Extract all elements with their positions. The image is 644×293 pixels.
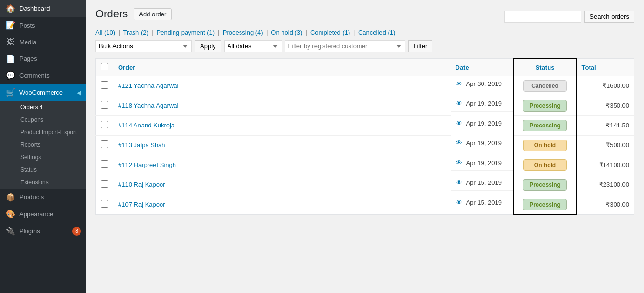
- sidebar-item-media[interactable]: 🖼 Media: [0, 34, 86, 50]
- sidebar-sub-item-product-import-export[interactable]: Product Import-Export: [0, 126, 86, 139]
- table-row: #112 Harpreet Singh 👁 Apr 19, 2019 On ho…: [96, 155, 634, 175]
- order-link[interactable]: #114 Anand Kukreja: [118, 122, 174, 129]
- status-badge[interactable]: On hold: [523, 159, 567, 171]
- order-link[interactable]: #121 Yachna Agarwal: [118, 82, 178, 89]
- status-col-label: Status: [536, 64, 555, 71]
- filter-all[interactable]: All (10): [95, 29, 115, 36]
- coupons-label: Coupons: [20, 116, 43, 123]
- filter-trash[interactable]: Trash (2): [123, 29, 148, 36]
- sidebar-sub-item-coupons[interactable]: Coupons: [0, 113, 86, 126]
- filter-completed[interactable]: Completed (1): [310, 29, 350, 36]
- status-badge[interactable]: Processing: [523, 100, 567, 112]
- total-col-label: Total: [582, 64, 596, 71]
- row-checkbox-cell: [96, 76, 114, 96]
- view-icon[interactable]: 👁: [456, 179, 462, 186]
- sidebar-sub-item-orders[interactable]: Orders 4: [0, 101, 86, 113]
- status-cell: Processing: [514, 115, 577, 135]
- view-icon[interactable]: 👁: [456, 159, 462, 167]
- order-col-label: Order: [118, 64, 135, 71]
- status-badge[interactable]: Cancelled: [523, 80, 567, 92]
- view-icon[interactable]: 👁: [456, 80, 462, 88]
- sidebar-item-pages[interactable]: 📄 Pages: [0, 50, 86, 67]
- filter-bar: Bulk Actions Apply All dates Filter by r…: [95, 40, 634, 52]
- filter-on-hold[interactable]: On hold (3): [271, 29, 302, 36]
- row-checkbox-cell: [96, 135, 114, 155]
- total-cell: ₹300.00: [577, 195, 634, 215]
- eye-cell: 👁 Apr 15, 2019: [451, 195, 513, 210]
- product-import-label: Product Import-Export: [20, 129, 77, 136]
- status-badge[interactable]: Processing: [523, 120, 567, 131]
- row-checkbox[interactable]: [101, 81, 108, 89]
- sidebar-item-woocommerce[interactable]: 🛒 WooCommerce ◀: [0, 84, 86, 101]
- row-checkbox[interactable]: [101, 101, 108, 109]
- status-badge[interactable]: Processing: [523, 199, 567, 210]
- search-orders-button[interactable]: Search orders: [584, 11, 634, 23]
- sidebar-item-appearance[interactable]: 🎨 Appearance: [0, 206, 86, 223]
- order-date: Apr 19, 2019: [466, 120, 502, 127]
- eye-cell: 👁 Apr 30, 2019: [451, 76, 513, 92]
- sidebar-item-comments[interactable]: 💬 Comments: [0, 67, 86, 84]
- order-link[interactable]: #113 Jalpa Shah: [118, 141, 165, 149]
- view-icon[interactable]: 👁: [456, 119, 462, 127]
- status-cell: On hold: [514, 135, 577, 155]
- sidebar-item-dashboard[interactable]: 🏠 Dashboard: [0, 0, 86, 17]
- appearance-icon: 🎨: [6, 209, 15, 219]
- sidebar-item-label: Dashboard: [19, 5, 50, 12]
- apply-button[interactable]: Apply: [195, 40, 221, 52]
- status-badge[interactable]: On hold: [523, 140, 567, 151]
- search-orders-input[interactable]: [504, 11, 581, 23]
- row-checkbox[interactable]: [101, 121, 108, 128]
- sidebar-item-posts[interactable]: 📝 Posts: [0, 17, 86, 34]
- customer-filter-select[interactable]: Filter by registered customer: [285, 40, 405, 52]
- table-row: #114 Anand Kukreja 👁 Apr 19, 2019 Proces…: [96, 115, 634, 135]
- sidebar-item-label: Products: [19, 194, 44, 201]
- order-date: Apr 30, 2019: [466, 80, 502, 87]
- reports-label: Reports: [20, 141, 40, 148]
- row-checkbox[interactable]: [101, 200, 108, 208]
- total-cell: ₹14100.00: [577, 155, 634, 175]
- row-checkbox[interactable]: [101, 160, 108, 168]
- row-checkbox[interactable]: [101, 180, 108, 188]
- status-cell: Processing: [514, 96, 577, 115]
- woocommerce-arrow: ◀: [77, 89, 81, 96]
- order-link[interactable]: #110 Raj Kapoor: [118, 181, 165, 188]
- filter-pending[interactable]: Pending payment (1): [156, 29, 215, 36]
- status-column-header: Status: [514, 58, 577, 76]
- view-icon[interactable]: 👁: [456, 139, 462, 147]
- view-icon[interactable]: 👁: [456, 99, 462, 107]
- sidebar: 🏠 Dashboard 📝 Posts 🖼 Media 📄 Pages 💬 Co…: [0, 0, 86, 293]
- order-cell: #107 Raj Kapoor: [113, 195, 451, 215]
- total-column-header[interactable]: Total: [577, 58, 634, 76]
- sidebar-sub-item-settings[interactable]: Settings: [0, 151, 86, 164]
- add-order-button[interactable]: Add order: [134, 8, 172, 20]
- bulk-actions-select[interactable]: Bulk Actions: [95, 40, 192, 52]
- filter-processing[interactable]: Processing (4): [223, 29, 263, 36]
- status-badge[interactable]: Processing: [523, 179, 567, 191]
- order-date: Apr 19, 2019: [466, 140, 502, 147]
- sidebar-item-label: WooCommerce: [19, 89, 63, 96]
- filter-cancelled[interactable]: Cancelled (1): [358, 29, 395, 36]
- sidebar-item-products[interactable]: 📦 Products: [0, 189, 86, 206]
- order-column-header[interactable]: Order: [113, 58, 451, 76]
- sidebar-item-plugins[interactable]: 🔌 Plugins 8: [0, 223, 86, 239]
- plugins-icon: 🔌: [6, 226, 15, 236]
- row-checkbox-cell: [96, 155, 114, 175]
- order-link[interactable]: #118 Yachna Agarwal: [118, 102, 178, 109]
- view-icon[interactable]: 👁: [456, 198, 462, 206]
- select-all-checkbox[interactable]: [101, 63, 108, 70]
- sidebar-sub-item-extensions[interactable]: Extensions: [0, 176, 86, 189]
- plugins-badge: 8: [72, 227, 81, 236]
- eye-cell: 👁 Apr 19, 2019: [451, 96, 513, 112]
- dates-select[interactable]: All dates: [224, 40, 282, 52]
- order-cell: #112 Harpreet Singh: [113, 155, 451, 175]
- filter-button[interactable]: Filter: [408, 40, 433, 52]
- status-cell: Processing: [514, 175, 577, 195]
- order-link[interactable]: #107 Raj Kapoor: [118, 201, 165, 208]
- date-column-header[interactable]: Date: [451, 58, 514, 76]
- row-checkbox[interactable]: [101, 140, 108, 148]
- main-content: Orders Add order Search orders All (10) …: [86, 0, 644, 293]
- sidebar-sub-item-status[interactable]: Status: [0, 164, 86, 176]
- order-link[interactable]: #112 Harpreet Singh: [118, 161, 176, 168]
- sidebar-sub-item-reports[interactable]: Reports: [0, 139, 86, 151]
- order-cell: #118 Yachna Agarwal: [113, 96, 451, 115]
